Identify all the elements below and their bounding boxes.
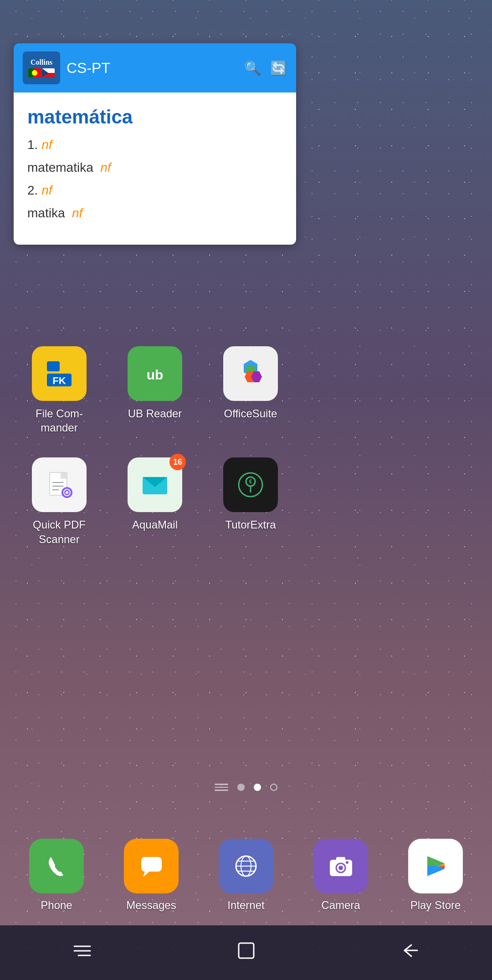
navigation-bar <box>0 925 492 980</box>
nav-home-button[interactable] <box>222 936 270 970</box>
dock-internet[interactable]: Internet <box>210 839 282 912</box>
app-icon-wrapper-filecommander: FK <box>32 346 87 401</box>
app-aquamail[interactable]: 16 AquaMail <box>118 457 191 546</box>
nav-back-button[interactable] <box>386 938 434 967</box>
app-row-2: Quick PDF Scanner 16 AquaMail <box>9 457 483 546</box>
pos-tag-1: nf <box>41 138 52 152</box>
tutorextra-svg: € <box>235 469 266 501</box>
pos-tag-2: nf <box>41 183 52 197</box>
widget-body: matemática 1. nf matematika nf 2. nf mat… <box>14 92 296 245</box>
app-row-1: FK File Com­mander ub UB Reader <box>9 346 483 435</box>
phone-svg <box>42 852 72 881</box>
messages-svg <box>137 852 166 881</box>
app-icon-wrapper-officesuite <box>223 346 278 401</box>
app-quickpdf[interactable]: Quick PDF Scanner <box>23 457 96 546</box>
widget-header-left: Collins CS-PT <box>23 51 110 84</box>
dock-messages[interactable]: Messages <box>115 839 188 912</box>
svg-point-41 <box>346 861 348 864</box>
svg-point-40 <box>338 866 343 870</box>
indicator-line-1 <box>215 784 228 785</box>
definition-2-number: 2. nf <box>27 181 282 200</box>
dock-phone-icon <box>29 839 84 893</box>
dock-internet-label: Internet <box>227 899 264 912</box>
svg-rect-13 <box>61 472 67 479</box>
widget-header: Collins CS-PT 🔍 🔄 <box>14 43 296 92</box>
app-icon-wrapper-quickpdf <box>32 457 87 512</box>
home-icon <box>236 940 256 961</box>
app-label-aquamail: AquaMail <box>132 518 178 532</box>
ubreader-svg: ub <box>139 358 171 390</box>
nav-recent-button[interactable] <box>58 938 106 967</box>
flag-portugal <box>28 68 41 77</box>
dock-messages-icon <box>124 839 179 893</box>
svg-rect-30 <box>141 857 162 872</box>
indicator-inactive <box>270 784 277 791</box>
aquamail-badge: 16 <box>169 454 186 470</box>
svg-rect-52 <box>239 943 254 958</box>
svg-text:ub: ub <box>147 367 164 382</box>
app-label-tutorextra: TutorExtra <box>225 518 276 532</box>
dock-phone-label: Phone <box>41 899 72 912</box>
dock-camera[interactable]: Camera <box>304 839 377 912</box>
officesuite-svg <box>235 358 266 390</box>
recent-apps-icon <box>72 943 92 959</box>
back-icon <box>400 943 420 959</box>
collins-logo: Collins <box>23 51 60 84</box>
collins-logo-text: Collins <box>31 58 52 67</box>
svg-rect-1 <box>47 361 60 371</box>
app-label-filecommander: File Com­mander <box>23 406 96 435</box>
definition-2-translation: matika nf <box>27 204 282 223</box>
app-filecommander[interactable]: FK File Com­mander <box>23 346 96 435</box>
dock-internet-icon <box>219 839 273 893</box>
app-icon-filecommander: FK <box>32 346 87 401</box>
svg-marker-31 <box>143 872 149 877</box>
app-icon-tutorextra: € <box>223 457 278 512</box>
indicator-line-3 <box>215 790 228 791</box>
dock-camera-label: Camera <box>321 899 360 912</box>
definition-1-translation: matematika nf <box>27 158 282 177</box>
indicator-line-2 <box>215 787 228 788</box>
widget-language-pair: CS-PT <box>67 60 110 77</box>
app-label-officesuite: OfficeSuite <box>224 406 277 421</box>
app-officesuite[interactable]: OfficeSuite <box>214 346 287 435</box>
dock-playstore-icon <box>408 839 463 893</box>
dock-playstore[interactable]: Play Store <box>399 839 472 912</box>
collins-flags <box>28 68 55 77</box>
svg-text:FK: FK <box>52 375 66 386</box>
pos-tag-1b: nf <box>100 160 111 174</box>
indicator-active <box>254 784 261 791</box>
app-icon-wrapper-aquamail: 16 <box>128 457 182 512</box>
playstore-svg <box>421 852 451 881</box>
page-indicators <box>0 784 492 791</box>
internet-svg <box>231 852 261 881</box>
svg-point-19 <box>66 491 68 494</box>
dock-playstore-label: Play Store <box>410 899 461 912</box>
indicator-dot <box>237 784 245 791</box>
app-icon-wrapper-tutorextra: € <box>223 457 278 512</box>
svg-rect-38 <box>336 857 345 862</box>
camera-svg <box>326 852 356 881</box>
refresh-icon[interactable]: 🔄 <box>270 60 287 76</box>
app-label-quickpdf: Quick PDF Scanner <box>23 518 96 546</box>
search-icon[interactable]: 🔍 <box>244 60 261 76</box>
dock-messages-label: Messages <box>126 899 176 912</box>
app-grid: FK File Com­mander ub UB Reader <box>0 346 492 569</box>
dock: Phone Messages Internet <box>0 839 492 912</box>
dock-phone[interactable]: Phone <box>20 839 93 912</box>
widget-header-icons: 🔍 🔄 <box>244 60 287 76</box>
app-icon-officesuite <box>223 346 278 401</box>
flag-czech <box>42 68 55 77</box>
app-ubreader[interactable]: ub UB Reader <box>118 346 191 435</box>
definition-1-number: 1. nf <box>27 135 282 154</box>
quickpdf-svg <box>43 469 75 501</box>
pos-tag-2b: nf <box>72 206 82 220</box>
dictionary-word: matemática <box>27 106 282 128</box>
app-icon-ubreader: ub <box>128 346 182 401</box>
filecommander-svg: FK <box>43 358 75 390</box>
indicator-lines <box>215 784 228 791</box>
app-icon-wrapper-ubreader: ub <box>128 346 182 401</box>
app-label-ubreader: UB Reader <box>128 406 182 421</box>
dock-camera-icon <box>313 839 368 893</box>
app-tutorextra[interactable]: € TutorExtra <box>214 457 287 546</box>
svg-text:€: € <box>249 478 252 485</box>
